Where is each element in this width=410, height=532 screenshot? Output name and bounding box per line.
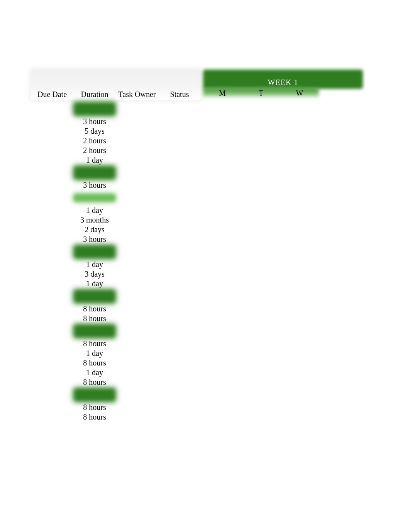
col-header-status: Status	[158, 90, 201, 100]
task-row: 2 hours	[31, 136, 363, 146]
cell-duration: 8 hours	[73, 304, 116, 313]
cell-duration: 8 hours	[73, 359, 116, 367]
task-row: 8 hours	[31, 377, 363, 387]
col-header-owner: Task Owner	[116, 90, 158, 100]
section-block	[73, 166, 116, 180]
section-row	[31, 289, 363, 304]
task-row: 3 hours	[31, 117, 363, 126]
section-block	[73, 289, 116, 303]
task-row: 2 hours	[31, 146, 363, 155]
day-headers: M T W	[203, 89, 363, 98]
gantt-sheet: Due Date Duration Task Owner Status WEEK…	[31, 70, 363, 422]
cell-duration: 1 day	[73, 279, 116, 288]
section-row	[31, 387, 363, 403]
cell-duration: 8 hours	[73, 339, 116, 348]
cell-duration: 3 hours	[73, 181, 116, 190]
task-row: 3 months	[31, 215, 363, 225]
cell-duration: 1 day	[73, 368, 116, 377]
cell-duration: 1 day	[73, 260, 116, 269]
section-block	[73, 194, 116, 202]
cell-duration: 8 hours	[73, 314, 116, 323]
task-row: 1 day	[31, 206, 363, 215]
cell-duration: 1 day	[73, 156, 116, 165]
cell-duration: 1 day	[73, 349, 116, 358]
task-row: 8 hours	[31, 412, 363, 422]
task-row: 8 hours	[31, 403, 363, 412]
section-row	[31, 165, 363, 180]
cell-duration: 3 hours	[73, 235, 116, 244]
cell-duration: 8 hours	[73, 378, 116, 387]
cell-duration: 3 days	[73, 270, 116, 279]
task-row: 1 day	[31, 368, 363, 377]
left-header: Due Date Duration Task Owner Status	[31, 70, 201, 100]
section-block	[73, 324, 116, 338]
task-row: 3 hours	[31, 235, 363, 244]
task-row: 8 hours	[31, 314, 363, 323]
task-row: 2 days	[31, 225, 363, 235]
section-row	[31, 244, 363, 260]
task-row: 1 day	[31, 155, 363, 165]
section-block	[73, 388, 116, 402]
cell-duration: 8 hours	[73, 403, 116, 412]
task-row: 8 hours	[31, 358, 363, 368]
task-row: 3 hours	[31, 180, 363, 190]
task-row: 8 hours	[31, 339, 363, 348]
day-header: W	[280, 89, 319, 98]
day-header: T	[242, 89, 280, 98]
cell-duration: 3 hours	[73, 117, 116, 126]
section-block	[73, 102, 116, 116]
task-row: 1 day	[31, 279, 363, 289]
task-row: 3 days	[31, 269, 363, 279]
cell-duration: 1 day	[73, 206, 116, 215]
cell-duration: 5 days	[73, 127, 116, 136]
day-header: M	[203, 89, 242, 98]
cell-duration: 8 hours	[73, 413, 116, 422]
section-row	[31, 101, 363, 117]
right-header: WEEK 1 M T W	[203, 70, 363, 100]
task-row: 1 day	[31, 348, 363, 358]
task-row: 8 hours	[31, 304, 363, 314]
cell-duration: 3 months	[73, 216, 116, 224]
cell-duration: 2 days	[73, 225, 116, 234]
section-row	[31, 323, 363, 339]
col-header-duration: Duration	[73, 90, 116, 100]
cell-duration: 2 hours	[73, 136, 116, 145]
header-row: Due Date Duration Task Owner Status WEEK…	[31, 70, 363, 100]
week-label: WEEK 1	[203, 78, 363, 87]
task-row: 1 day	[31, 260, 363, 269]
rows-container: 3 hours5 days2 hours2 hours1 day3 hours1…	[31, 101, 363, 422]
col-header-due: Due Date	[31, 90, 73, 100]
section-block	[73, 245, 116, 259]
task-row: 5 days	[31, 126, 363, 136]
section-row	[31, 190, 363, 206]
cell-duration: 2 hours	[73, 146, 116, 155]
